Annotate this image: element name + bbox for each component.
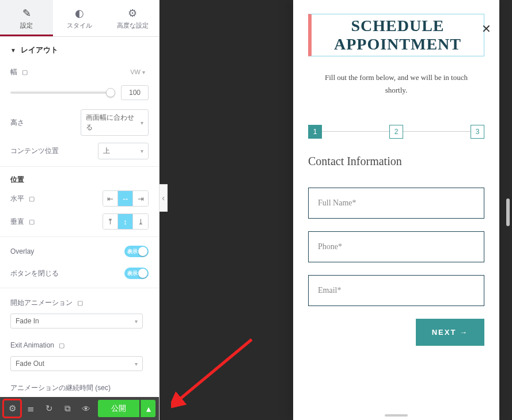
exit-animation-label: Exit Animation ▢ [10,341,65,349]
contrast-icon: ◐ [53,7,106,20]
vertical-label: 垂直 ▢ [10,217,35,227]
animation-duration-label: アニメーションの継続時間 (sec) [10,383,111,393]
pencil-icon: ✎ [0,7,53,20]
settings-panel: ▼ レイアウト 幅 ▢ VW ▾ 100 高さ 画面幅に合わせる▾ コンテンツ位… [0,37,159,397]
next-button[interactable]: NEXT → [416,319,484,346]
horizontal-align-group: ⇤ ↔ ⇥ [103,190,149,207]
step-1[interactable]: 1 [308,125,322,139]
arrow-annotation [171,334,263,420]
editor-canvas[interactable]: ‹ ✕ SCHEDULE APPOINTMENT Fill out the fo… [160,0,512,420]
step-2[interactable]: 2 [389,125,403,139]
email-input[interactable]: Email* [308,275,484,306]
resize-handle[interactable] [385,414,408,417]
eye-icon: 👁 [82,404,90,414]
tab-style[interactable]: ◐ スタイル [53,0,106,36]
horizontal-label: 水平 ▢ [10,194,35,204]
editor-footer: ⚙ ≣ ↻ ⧉ 👁 公開 ▴ [0,397,159,420]
chevron-up-icon: ▴ [146,403,151,414]
content-position-label: コンテンツ位置 [10,146,59,156]
publish-options-button[interactable]: ▴ [141,400,156,417]
exit-animation-select[interactable]: Fade Out▾ [10,356,143,371]
width-label: 幅 ▢ [10,67,28,77]
history-button[interactable]: ↻ [40,400,58,417]
close-button-label: ボタンを閉じる [10,269,59,278]
close-button-toggle[interactable]: 表示 [124,268,149,279]
section-layout-header[interactable]: ▼ レイアウト [0,37,159,61]
align-center-icon[interactable]: ↔ [118,191,133,206]
unit-select[interactable]: VW ▾ [130,68,145,75]
overlay-label: Overlay [10,247,34,255]
chevron-down-icon: ▼ [10,47,16,54]
history-icon: ↻ [45,403,53,414]
preview-modal: ✕ SCHEDULE APPOINTMENT Fill out the form… [293,0,499,420]
desktop-icon[interactable]: ▢ [29,218,35,226]
align-top-icon[interactable]: ⤒ [103,214,118,229]
preview-button[interactable]: 👁 [77,400,94,417]
vertical-align-group: ⤒ ↕ ⤓ [103,213,149,230]
chevron-left-icon: ‹ [162,193,165,203]
page-settings-button[interactable]: ⚙ [3,400,21,417]
responsive-icon: ⧉ [65,403,71,414]
step-indicator: 1 2 3 [308,125,484,139]
navigator-button[interactable]: ≣ [22,400,39,417]
align-right-icon[interactable]: ⇥ [133,191,148,206]
responsive-button[interactable]: ⧉ [59,400,76,417]
step-3[interactable]: 3 [471,125,484,139]
entry-animation-select[interactable]: Fade In▾ [10,314,143,329]
panel-tabs: ✎ 設定 ◐ スタイル ⚙ 高度な設定 [0,0,159,37]
layers-icon: ≣ [27,403,35,414]
content-position-select[interactable]: 上▾ [98,143,149,159]
desktop-icon[interactable]: ▢ [59,342,65,349]
width-slider[interactable] [10,91,115,94]
phone-input[interactable]: Phone* [308,231,484,262]
desktop-icon[interactable]: ▢ [22,68,28,76]
tab-settings[interactable]: ✎ 設定 [0,0,53,36]
align-middle-icon[interactable]: ↕ [118,214,133,229]
panel-collapse-handle[interactable]: ‹ [160,184,168,212]
gear-icon: ⚙ [9,403,16,414]
position-title: 位置 [0,170,159,187]
close-button[interactable]: ✕ [481,22,491,36]
width-input[interactable]: 100 [121,85,149,100]
scrollbar-thumb[interactable] [506,198,510,226]
close-icon: ✕ [481,22,491,35]
align-left-icon[interactable]: ⇤ [103,191,118,206]
tab-advanced[interactable]: ⚙ 高度な設定 [106,0,159,36]
modal-title: SCHEDULE APPOINTMENT [308,14,484,56]
modal-subtitle: Fill out the form below, and we will be … [314,71,479,97]
overlay-toggle[interactable]: 表示 [124,246,149,257]
desktop-icon[interactable]: ▢ [29,195,35,203]
height-select[interactable]: 画面幅に合わせる▾ [81,109,149,136]
svg-line-0 [177,339,252,402]
fullname-input[interactable]: Full Name* [308,188,484,219]
gear-icon: ⚙ [106,7,159,20]
align-bottom-icon[interactable]: ⤓ [133,214,148,229]
form-section-title: Contact Information [308,155,484,168]
height-label: 高さ [10,118,24,128]
desktop-icon[interactable]: ▢ [77,299,83,307]
publish-button[interactable]: 公開 [98,400,139,417]
entry-animation-label: 開始アニメーション ▢ [10,298,83,308]
